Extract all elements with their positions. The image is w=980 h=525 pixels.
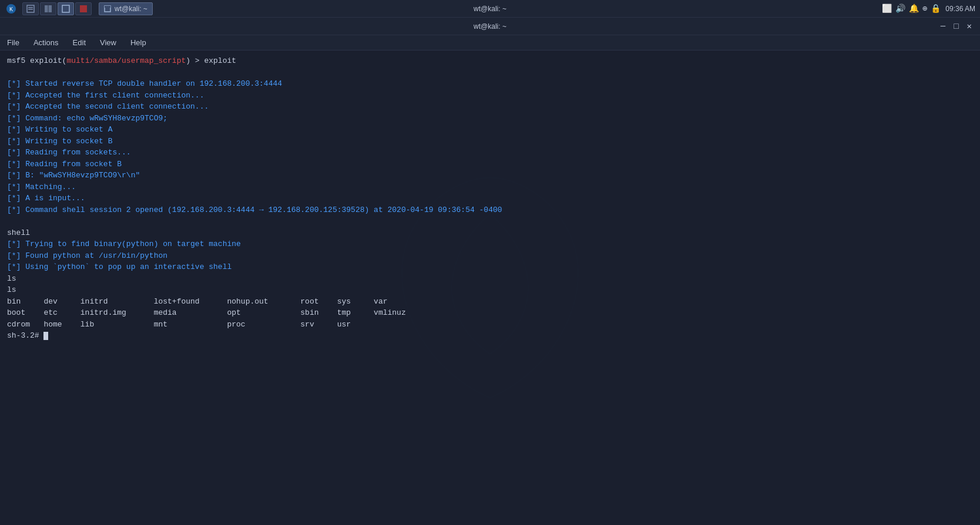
title-bar-title: wt@kali: ~ (474, 22, 506, 31)
menu-edit[interactable]: Edit (71, 37, 88, 48)
lock-icon[interactable]: 🔒 (931, 4, 941, 14)
window-tab-label: wt@kali: ~ (115, 5, 147, 13)
close-btn[interactable]: ✕ (965, 21, 974, 31)
terminal-window: wt@kali: ~ ─ □ ✕ File Actions Edit View … (0, 18, 980, 525)
app-btn-1[interactable] (22, 2, 39, 15)
app-btn-2[interactable] (40, 2, 56, 15)
menu-file[interactable]: File (5, 37, 22, 48)
svg-rect-6 (49, 5, 52, 12)
menu-view[interactable]: View (98, 37, 119, 48)
title-bar: wt@kali: ~ ─ □ ✕ (0, 18, 980, 35)
svg-rect-3 (28, 7, 33, 8)
taskbar-left: K wt@kali: ~ (5, 2, 153, 15)
terminal-content[interactable]: msf5 exploit(multi/samba/usermap_script)… (0, 51, 980, 525)
active-window-btn[interactable]: wt@kali: ~ (99, 2, 153, 15)
svg-rect-5 (45, 5, 48, 12)
svg-rect-7 (62, 5, 69, 12)
cursor (43, 332, 48, 340)
maximize-btn[interactable]: □ (951, 22, 961, 31)
app-btn-4[interactable] (75, 2, 92, 15)
menu-actions[interactable]: Actions (31, 37, 61, 48)
svg-rect-8 (80, 5, 87, 12)
applet-icon[interactable]: ⊕ (922, 4, 927, 14)
kali-icon[interactable]: K (5, 2, 18, 15)
app-btn-3[interactable] (58, 2, 74, 15)
svg-rect-4 (28, 9, 33, 10)
taskbar: K wt@kali: ~ wt@kali: ~ ⬜ (0, 0, 980, 18)
taskbar-apps (22, 2, 92, 15)
taskbar-center-title: wt@kali: ~ (474, 5, 506, 13)
terminal-output: msf5 exploit(multi/samba/usermap_script)… (7, 55, 973, 342)
menu-help[interactable]: Help (128, 37, 149, 48)
minimize-btn[interactable]: ─ (938, 22, 948, 31)
clock: 09:36 AM (945, 5, 975, 13)
notification-icon[interactable]: 🔔 (909, 4, 919, 14)
taskbar-right: ⬜ 🔊 🔔 ⊕ 🔒 09:36 AM (882, 4, 975, 14)
menu-bar: File Actions Edit View Help (0, 35, 980, 51)
svg-text:K: K (9, 6, 13, 13)
window-controls: ─ □ ✕ (938, 21, 974, 31)
monitor-icon[interactable]: ⬜ (882, 4, 892, 14)
speaker-icon[interactable]: 🔊 (895, 4, 905, 14)
sys-icons: ⬜ 🔊 🔔 ⊕ 🔒 (882, 4, 941, 14)
svg-rect-10 (105, 6, 110, 8)
